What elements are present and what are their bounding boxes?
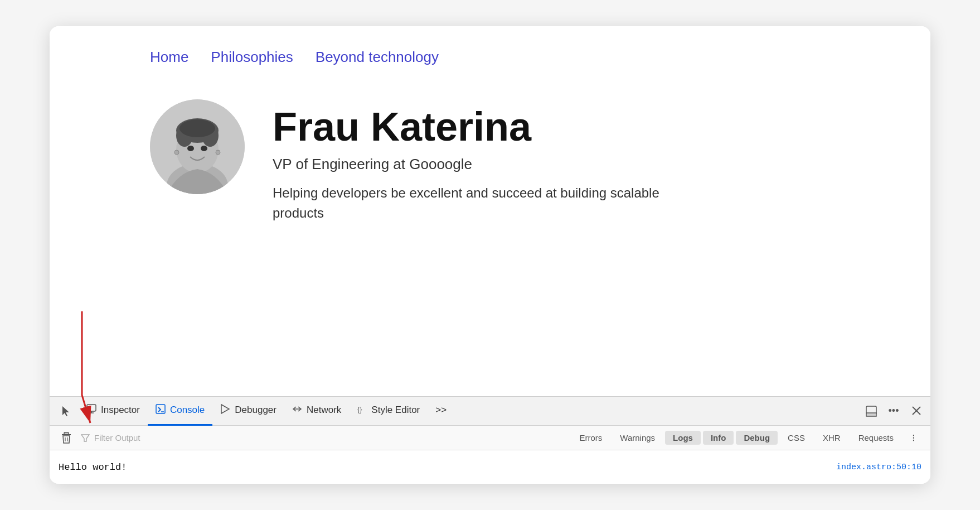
network-icon [292,404,302,417]
tab-style-editor[interactable]: {} Style Editor [349,397,428,426]
browser-window: Home Philosophies Beyond technology [50,26,930,484]
inspector-icon [86,404,96,417]
svg-point-8 [187,146,194,151]
nav: Home Philosophies Beyond technology [150,49,830,66]
console-icon [156,404,166,417]
tab-debugger-label: Debugger [235,405,276,416]
filter-xhr-button[interactable]: XHR [815,431,848,445]
tab-network-label: Network [307,405,341,416]
avatar [150,99,245,194]
tab-inspector[interactable]: Inspector [79,397,148,426]
close-devtools-button[interactable] [906,401,926,421]
filter-warnings-button[interactable]: Warnings [612,431,663,445]
tab-debugger[interactable]: Debugger [212,397,284,426]
console-log-entry: Hello world! [59,462,127,473]
tab-more[interactable]: >> [428,397,454,426]
dock-button[interactable] [861,401,881,421]
filter-input-area: Filter Output [81,433,140,442]
ellipsis-icon: ••• [889,405,899,417]
tab-style-editor-label: Style Editor [371,405,420,416]
svg-rect-25 [62,434,71,435]
devtools-tabs-bar: Inspector Console Debugger [50,397,930,426]
clear-console-button[interactable] [56,428,76,448]
profile-description: Helping developers be excellent and succ… [273,183,663,223]
tab-console-label: Console [170,405,205,416]
profile-title: VP of Engineering at Goooogle [273,156,663,173]
svg-rect-20 [866,413,876,416]
tab-console[interactable]: Console [148,397,212,426]
filter-buttons: Errors Warnings Logs Info Debug CSS XHR … [571,428,924,448]
svg-point-9 [201,146,207,151]
nav-beyond-technology[interactable]: Beyond technology [316,49,439,66]
console-output-area: Hello world! index.astro:50:10 [50,450,930,484]
devtools-panel: Inspector Console Debugger [50,396,930,484]
more-tabs-label: >> [435,405,447,416]
devtools-right-buttons: ••• [861,401,926,421]
filter-placeholder: Filter Output [94,433,140,442]
svg-point-10 [174,150,179,155]
filter-requests-button[interactable]: Requests [851,431,901,445]
filter-logs-button[interactable]: Logs [665,431,701,445]
tab-network[interactable]: Network [284,397,349,426]
more-options-button[interactable]: ••• [884,401,904,421]
filter-info-button[interactable]: Info [703,431,734,445]
nav-home[interactable]: Home [150,49,188,66]
filter-icon [81,434,90,442]
filter-more-button[interactable]: ⁝ [904,428,924,448]
tab-inspector-label: Inspector [101,405,140,416]
svg-text:{}: {} [357,405,362,413]
filter-debug-button[interactable]: Debug [736,431,778,445]
svg-point-11 [216,150,220,155]
svg-rect-12 [87,405,96,411]
profile-section: Frau Katerina VP of Engineering at Goooo… [150,99,830,223]
filter-css-button[interactable]: CSS [780,431,813,445]
svg-marker-28 [81,435,89,441]
page-content: Home Philosophies Beyond technology [50,26,930,396]
filter-errors-button[interactable]: Errors [571,431,610,445]
profile-info: Frau Katerina VP of Engineering at Goooo… [273,99,663,223]
nav-philosophies[interactable]: Philosophies [211,49,293,66]
profile-name: Frau Katerina [273,105,663,149]
style-editor-icon: {} [357,404,367,417]
svg-rect-24 [64,432,69,434]
debugger-icon [220,404,230,417]
avatar-image [150,99,245,194]
console-log-source[interactable]: index.astro:50:10 [836,463,921,472]
console-toolbar: Filter Output Errors Warnings Logs Info … [50,426,930,450]
svg-marker-17 [221,405,229,413]
cursor-tool-button[interactable] [54,399,79,424]
svg-point-7 [179,119,215,137]
